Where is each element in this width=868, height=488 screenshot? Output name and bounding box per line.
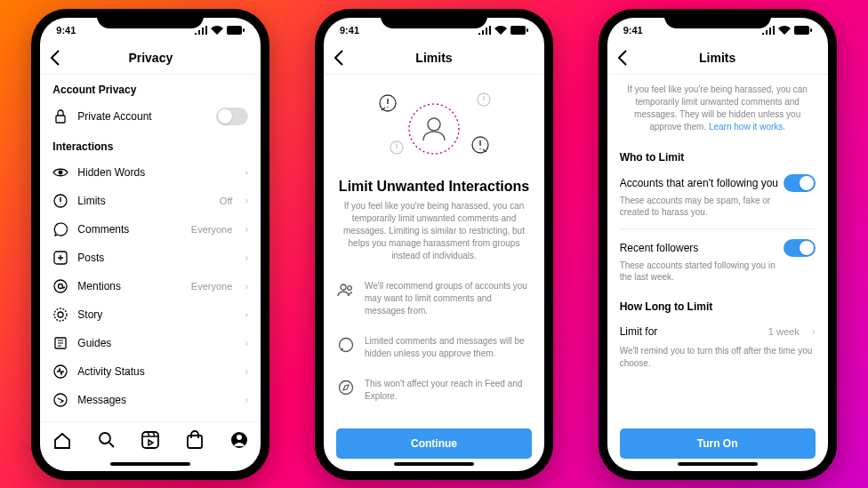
wifi-icon bbox=[494, 26, 507, 35]
story-icon bbox=[52, 307, 68, 323]
limit-for-label: Limit for bbox=[620, 325, 760, 338]
svg-point-13 bbox=[100, 433, 110, 444]
row-guides[interactable]: Guides › bbox=[52, 329, 248, 357]
limit-for-value: 1 week bbox=[768, 326, 800, 337]
svg-point-27 bbox=[341, 284, 346, 290]
page-title: Limits bbox=[699, 51, 735, 65]
at-icon bbox=[52, 278, 68, 294]
bullet-text: We'll recommend groups of accounts you m… bbox=[365, 280, 532, 317]
header: Limits bbox=[607, 43, 828, 75]
back-button[interactable] bbox=[618, 50, 627, 66]
row-value: Everyone bbox=[191, 281, 232, 292]
lock-icon bbox=[52, 108, 68, 124]
page-title: Privacy bbox=[128, 51, 173, 65]
bullet-reach: This won't affect your reach in Feed and… bbox=[336, 378, 532, 403]
status-time: 9:41 bbox=[56, 25, 76, 36]
page-title: Limits bbox=[415, 51, 452, 65]
hero-description: If you feel like you're being harassed, … bbox=[336, 200, 532, 262]
tab-bar bbox=[40, 421, 261, 459]
chevron-right-icon: › bbox=[245, 394, 248, 406]
cta-label: Continue bbox=[411, 437, 457, 450]
svg-point-9 bbox=[58, 312, 63, 317]
svg-point-8 bbox=[54, 308, 67, 321]
svg-point-28 bbox=[348, 285, 352, 290]
bullet-text: Limited comments and messages will be hi… bbox=[365, 335, 532, 360]
hero: Limit Unwanted Interactions If you feel … bbox=[336, 75, 532, 271]
svg-point-22 bbox=[428, 118, 440, 131]
bullet-recommend: We'll recommend groups of accounts you m… bbox=[336, 280, 532, 317]
row-messages[interactable]: Messages › bbox=[52, 386, 248, 414]
status-icons bbox=[478, 26, 528, 35]
chevron-right-icon: › bbox=[245, 308, 248, 321]
tab-shop[interactable] bbox=[185, 430, 205, 450]
svg-rect-1 bbox=[243, 28, 245, 32]
battery-icon bbox=[510, 26, 528, 35]
svg-point-3 bbox=[59, 170, 63, 174]
notch bbox=[97, 9, 204, 28]
back-button[interactable] bbox=[51, 50, 60, 66]
phone-limits-settings: 9:41 Limits If you feel like you're bein… bbox=[599, 9, 837, 480]
learn-link[interactable]: Learn how it works. bbox=[709, 122, 785, 132]
header: Privacy bbox=[40, 43, 261, 75]
svg-point-6 bbox=[54, 280, 67, 292]
option-not-following: Accounts that aren't following you These… bbox=[620, 169, 816, 223]
row-label: Hidden Words bbox=[77, 166, 223, 179]
eye-hidden-icon bbox=[52, 164, 68, 180]
row-activity-status[interactable]: Activity Status › bbox=[52, 357, 248, 386]
status-icons bbox=[762, 26, 812, 35]
tab-search[interactable] bbox=[97, 430, 117, 450]
chevron-right-icon: › bbox=[245, 252, 248, 264]
guides-icon bbox=[52, 335, 68, 351]
back-button[interactable] bbox=[334, 50, 343, 66]
private-account-toggle[interactable] bbox=[216, 108, 248, 125]
svg-rect-19 bbox=[526, 28, 528, 32]
row-hidden-words[interactable]: Hidden Words › bbox=[52, 158, 248, 187]
bullet-hidden: Limited comments and messages will be hi… bbox=[336, 335, 532, 360]
hero-illustration bbox=[363, 87, 505, 172]
row-story[interactable]: Story › bbox=[52, 300, 248, 329]
tab-home[interactable] bbox=[52, 430, 72, 450]
compass-icon bbox=[336, 378, 356, 397]
row-posts[interactable]: Posts › bbox=[52, 244, 248, 272]
svg-rect-0 bbox=[227, 26, 242, 35]
section-account-privacy: Account Privacy bbox=[52, 84, 248, 96]
notch bbox=[664, 9, 771, 28]
reminder-text: We'll remind you to turn this off after … bbox=[620, 345, 816, 370]
row-mentions[interactable]: Mentions Everyone › bbox=[52, 272, 248, 300]
option-title: Accounts that aren't following you bbox=[620, 177, 778, 189]
row-label: Activity Status bbox=[77, 365, 232, 378]
continue-button[interactable]: Continue bbox=[336, 428, 532, 459]
header: Limits bbox=[324, 43, 544, 75]
limit-for-row[interactable]: Limit for 1 week › bbox=[620, 318, 816, 345]
row-comments[interactable]: Comments Everyone › bbox=[52, 215, 248, 244]
phone-limits-intro: 9:41 Limits bbox=[315, 9, 553, 480]
chevron-right-icon: › bbox=[245, 223, 248, 236]
tab-reels[interactable] bbox=[141, 430, 160, 450]
private-account-row[interactable]: Private Account bbox=[52, 101, 248, 132]
battery-icon bbox=[227, 26, 245, 35]
chevron-right-icon: › bbox=[245, 337, 248, 349]
row-limits[interactable]: Limits Off › bbox=[52, 187, 248, 215]
svg-point-30 bbox=[339, 380, 352, 394]
row-label: Story bbox=[77, 308, 232, 321]
home-indicator bbox=[110, 462, 190, 466]
svg-rect-31 bbox=[794, 26, 809, 35]
svg-rect-18 bbox=[510, 26, 526, 35]
toggle-not-following[interactable] bbox=[784, 174, 816, 192]
row-value: Off bbox=[220, 196, 232, 206]
chevron-right-icon: › bbox=[245, 195, 248, 207]
messages-icon bbox=[52, 392, 68, 408]
option-desc: These accounts may be spam, fake or crea… bbox=[620, 195, 816, 218]
row-label: Comments bbox=[77, 223, 182, 236]
chat-icon bbox=[336, 335, 356, 355]
svg-point-21 bbox=[400, 94, 468, 162]
option-desc: These accounts started following you in … bbox=[620, 260, 816, 283]
status-time: 9:41 bbox=[623, 25, 643, 36]
tab-profile[interactable] bbox=[229, 430, 249, 450]
toggle-recent-followers[interactable] bbox=[784, 239, 816, 257]
wifi-icon bbox=[211, 26, 223, 35]
turn-on-button[interactable]: Turn On bbox=[620, 428, 816, 459]
cta-label: Turn On bbox=[697, 437, 738, 450]
row-label: Guides bbox=[77, 337, 232, 349]
chevron-right-icon: › bbox=[245, 166, 248, 179]
